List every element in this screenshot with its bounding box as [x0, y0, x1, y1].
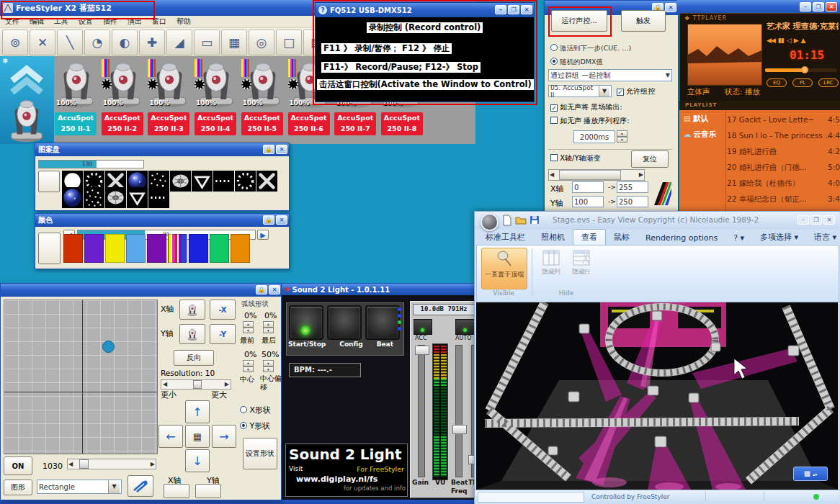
- cue-radio[interactable]: 激活到下一步(CUE. ...): [550, 44, 631, 53]
- fq512-titlebar[interactable]: ? FQ512 USB-DMX512 – ❐ ✕: [316, 3, 534, 17]
- easyview-titlebar[interactable]: Stage.evs - Easy View Copyright (c) Nico…: [475, 212, 839, 229]
- back-spinner[interactable]: ▴▾: [263, 321, 274, 333]
- close-icon[interactable]: ✕: [276, 215, 287, 225]
- lrc-button[interactable]: LRC: [818, 78, 839, 87]
- gobo-wheel-button[interactable]: ◔: [84, 30, 110, 55]
- color-swatch[interactable]: [210, 234, 229, 263]
- x-shape-radio[interactable]: X形状: [240, 405, 271, 415]
- fade-scrollbar[interactable]: ◀ ▶: [548, 169, 645, 181]
- pause-button[interactable]: ▮▮: [778, 37, 784, 44]
- nudge-down-button[interactable]: ↓: [185, 449, 210, 472]
- shutter-button[interactable]: ▭: [194, 30, 220, 55]
- fixture-cell[interactable]: 100%AccuSpot250 II-1: [54, 58, 99, 144]
- allow-group-checkbox[interactable]: ✓ 允许组控: [617, 86, 655, 96]
- close-icon[interactable]: ✕: [276, 145, 287, 154]
- fixture-select[interactable]: 05. AccuSpot II▼: [548, 85, 612, 97]
- tab-1[interactable]: 照相机: [533, 230, 573, 245]
- draw-shape-button[interactable]: [128, 475, 153, 497]
- minimize-icon[interactable]: –: [495, 5, 506, 14]
- always-on-top-button[interactable]: 一直置于顶端: [481, 248, 527, 289]
- gobo-open-button[interactable]: [38, 171, 60, 192]
- tab-2[interactable]: 查看: [573, 229, 606, 245]
- chevron-down-icon[interactable]: ▼: [108, 480, 120, 493]
- color-swatch-stripes[interactable]: [168, 234, 187, 263]
- close-icon[interactable]: ✕: [521, 5, 532, 14]
- fixture-label[interactable]: AccuSpot250 II-1: [55, 112, 97, 135]
- fixture-cell[interactable]: 100%AccuSpot250 II-4: [194, 58, 238, 144]
- menu-item-3[interactable]: 设置: [73, 16, 98, 27]
- chevron-up-icon[interactable]: [8, 63, 45, 95]
- gobo-dot-ring[interactable]: [235, 171, 256, 192]
- nudge-left-button[interactable]: ←: [158, 425, 183, 448]
- beam-tool-button[interactable]: ╲: [57, 30, 83, 55]
- position-handle[interactable]: [102, 341, 115, 353]
- s2l-url[interactable]: www.digiplay.nl/fs: [296, 474, 377, 484]
- restore-icon[interactable]: ❐: [813, 2, 824, 12]
- auto-button[interactable]: [455, 319, 475, 335]
- tab-7[interactable]: 语言 ▾: [806, 230, 840, 245]
- save-icon[interactable]: [530, 215, 540, 225]
- menu-item-4[interactable]: 插件: [98, 16, 122, 27]
- lock-icon[interactable]: 🔒: [263, 145, 274, 154]
- reset-button[interactable]: 复位: [631, 150, 669, 168]
- playlist-song-row[interactable]: 21 嫁给我（杜德伟）4:0: [727, 175, 840, 191]
- nudge-up-button[interactable]: ↑: [185, 400, 210, 423]
- maximize-icon[interactable]: ❐: [810, 215, 822, 225]
- tab-5[interactable]: ? ▾: [725, 231, 752, 245]
- nudge-right-button[interactable]: →: [212, 425, 236, 448]
- stage-3d-viewport[interactable]: ▦ ▴▾: [476, 302, 838, 490]
- pan-tilt-grid[interactable]: [4, 300, 158, 454]
- color-scroll-right[interactable]: ▶: [257, 230, 269, 240]
- color-swatch[interactable]: [189, 234, 208, 263]
- close-icon[interactable]: ✕: [823, 215, 835, 225]
- tab-4[interactable]: Rendering options: [638, 231, 725, 245]
- blackout-checkbox[interactable]: ✓ 如无声将 黑场输出:: [550, 102, 622, 112]
- playlist-header-bar[interactable]: PLAYLIST: [679, 101, 840, 110]
- playlist-song-row[interactable]: 20 婚礼进行曲（门德...5:0: [727, 159, 840, 175]
- invert-x-button[interactable]: -X: [210, 300, 236, 320]
- x-lock-button[interactable]: [164, 484, 189, 498]
- easyview-3d-button[interactable]: ◎: [249, 30, 274, 55]
- speed-slider[interactable]: ◀ ▶: [67, 459, 156, 469]
- beat-freq-fader[interactable]: [455, 345, 463, 477]
- gobo-shell[interactable]: [105, 187, 126, 208]
- x-from-input[interactable]: 0: [572, 181, 604, 193]
- maximize-icon[interactable]: ❐: [508, 5, 519, 14]
- playlist-song-row[interactable]: 17 Gackt - Love Lette~4:5: [727, 112, 840, 127]
- front-spinner[interactable]: ▴▾: [243, 321, 254, 333]
- s2l-titlebar[interactable]: ✺ Sound 2 Light - 1.0.1.11: [282, 284, 476, 295]
- fixture-label[interactable]: AccuSpot250 II-2: [102, 112, 143, 135]
- x-to-input[interactable]: 255: [617, 181, 648, 193]
- close-icon[interactable]: ✕: [826, 2, 837, 12]
- invert-y-button[interactable]: -Y: [210, 324, 236, 344]
- fixture-patch-button[interactable]: ✕: [30, 30, 55, 55]
- y-from-input[interactable]: 100: [572, 196, 604, 207]
- close-icon[interactable]: ✕: [269, 285, 280, 294]
- tab-0[interactable]: 标准工具栏: [478, 230, 533, 245]
- trigger-button[interactable]: 触发: [621, 10, 666, 32]
- shape-select[interactable]: Rectangle ▼: [37, 480, 122, 494]
- close-icon[interactable]: ✕: [665, 3, 676, 12]
- color-wheel-button[interactable]: ◐: [112, 30, 138, 55]
- lock-icon[interactable]: 🔒: [263, 215, 274, 225]
- menu-item-0[interactable]: 文件: [0, 16, 24, 27]
- hide-column-button[interactable]: 隐藏列: [537, 250, 565, 286]
- new-document-icon[interactable]: [502, 215, 512, 226]
- keyboard-shortcuts-button[interactable]: ▦ ▴▾: [793, 467, 828, 481]
- cue-window-button[interactable]: ▦: [221, 30, 247, 55]
- fixture-thumbnail[interactable]: [6, 96, 48, 143]
- offset-spinner[interactable]: ▴▾: [263, 360, 274, 372]
- prev-button[interactable]: ◀◀: [767, 37, 775, 44]
- tab-3[interactable]: 鼠标: [606, 230, 638, 245]
- fixture-sidebar[interactable]: ✱: [0, 56, 54, 144]
- chevron-down-icon[interactable]: ▼: [599, 86, 609, 96]
- gobo-blue-ball[interactable]: [62, 187, 83, 208]
- s2l-start-stop-button[interactable]: [289, 305, 323, 340]
- minimize-icon[interactable]: –: [800, 2, 811, 12]
- run-sound-button[interactable]: 运行声控...: [551, 10, 607, 32]
- menu-item-1[interactable]: 编辑: [24, 16, 49, 27]
- chevron-down-icon[interactable]: ▼: [666, 72, 670, 78]
- fixture-label[interactable]: AccuSpot250 II-5: [241, 112, 283, 135]
- hide-row-button[interactable]: 隐藏行: [568, 250, 595, 286]
- y-to-input[interactable]: 250: [617, 196, 648, 207]
